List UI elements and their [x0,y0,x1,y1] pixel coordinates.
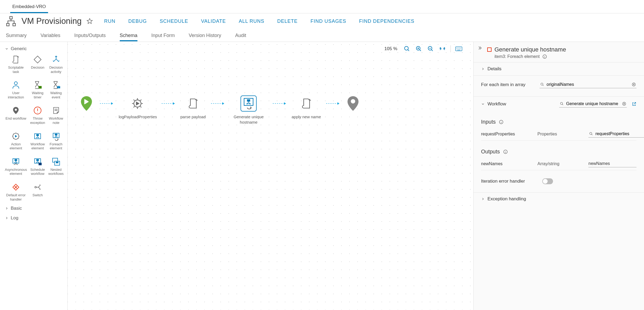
node-generate-hostname[interactable]: Generate unique hostname [230,95,267,125]
action-delete[interactable]: DELETE [277,19,298,24]
foreach-workflow-icon [241,95,257,112]
fit-screen-button[interactable] [439,45,446,53]
node-apply-name[interactable]: apply new name [292,95,321,120]
palette-decision[interactable]: Decision [30,55,45,74]
palette-async-element[interactable]: Asynchronous element [5,157,27,176]
pin-icon [11,106,21,115]
workflow-picker[interactable] [559,100,627,108]
iteration-error-toggle[interactable] [542,178,553,184]
action-find-usages[interactable]: FIND USAGES [311,19,346,24]
schema-canvas[interactable]: 105 % [68,42,473,310]
palette-item-label: Default error handler [5,193,27,201]
palette-decision-activity[interactable]: Decision activity [48,55,64,74]
info-icon[interactable] [542,54,547,59]
workflow-field[interactable] [566,101,620,106]
zoom-out-button[interactable] [427,45,434,53]
top-tab-bar: Embedded-VRO [0,0,644,13]
script-icon [298,95,314,112]
collapse-panel-button[interactable] [477,46,482,50]
zoom-in-button[interactable] [415,45,423,53]
palette-item-label: Throw exception [30,116,45,125]
hourglass-calendar-icon [33,80,42,90]
palette-throw-exception[interactable]: Throw exception [30,106,45,125]
palette-group-generic[interactable]: Generic [5,46,63,51]
node-end[interactable] [345,95,361,112]
clear-icon[interactable] [632,82,636,87]
clear-icon[interactable] [622,102,626,106]
search-icon [560,102,564,106]
svg-rect-17 [39,163,42,165]
palette-group-label: Basic [11,206,22,211]
section-details[interactable]: Details [474,62,644,75]
exclamation-circle-icon [33,106,42,115]
palette-foreach-element[interactable]: Foreach element [48,131,64,150]
palette-waiting-event[interactable]: Waiting event [48,80,64,99]
tab-input-form[interactable]: Input Form [151,29,175,41]
action-run[interactable]: RUN [104,19,115,24]
palette-item-label: Switch [32,193,43,197]
arrows-split-icon [51,55,61,64]
tab-variables[interactable]: Variables [41,29,60,41]
palette-user-interaction[interactable]: User interaction [5,80,27,99]
info-icon[interactable] [503,149,508,154]
zoom-reset-button[interactable] [403,45,411,53]
palette-default-error-handler[interactable]: Default error handler [5,182,27,201]
palette-item-label: Foreach element [48,142,64,150]
favorite-star-button[interactable] [86,18,93,24]
output-value[interactable]: newNames [588,160,636,167]
svg-point-21 [35,186,37,188]
node-label: parse payload [180,114,206,120]
input-value-picker[interactable] [588,130,644,138]
tab-inputs-outputs[interactable]: Inputs/Outputs [74,29,106,41]
iteration-error-label: Iteration error handler [481,179,537,184]
foreach-array-field[interactable] [547,82,630,87]
foreach-badge-icon [487,47,492,52]
palette-schedule-workflow[interactable]: Schedule workflow [30,157,45,176]
node-parse-payload[interactable]: parse payload [180,95,206,120]
palette-end-workflow[interactable]: End workflow [5,106,27,125]
foreach-array-input[interactable] [540,81,636,88]
tab-summary[interactable]: Summary [6,29,27,41]
inspector-panel: Generate unique hostname item3: Foreach … [473,42,644,310]
palette-nested-workflows[interactable]: Nested workflows [48,157,64,176]
tab-schema[interactable]: Schema [120,29,137,41]
action-validate[interactable]: VALIDATE [201,19,226,24]
search-icon [589,132,593,136]
svg-rect-0 [10,17,12,19]
keyboard-button[interactable] [455,45,463,53]
action-debug[interactable]: DEBUG [128,19,147,24]
action-find-dependencies[interactable]: FIND DEPENDENCIES [359,19,414,24]
open-external-icon[interactable] [632,102,636,106]
tab-audit[interactable]: Audit [235,29,246,41]
inspector-subtitle: item3: Foreach element [494,54,540,59]
palette-waiting-timer[interactable]: Waiting timer [30,80,45,99]
palette-switch[interactable]: Switch [30,182,45,201]
palette-action-element[interactable]: Action element [5,131,27,150]
palette-group-basic[interactable]: Basic [5,206,63,211]
action-schedule[interactable]: SCHEDULE [160,19,188,24]
action-all-runs[interactable]: ALL RUNS [239,19,264,24]
palette-workflow-note[interactable]: Workflow note [48,106,64,125]
node-log-payload[interactable]: logPayloadProperties [119,95,156,120]
palette-item-label: Decision activity [48,65,64,74]
palette-workflow-element[interactable]: Workflow element [30,131,45,150]
workflow-title: VM Provisioning [21,16,82,26]
separator [450,45,451,52]
palette-scriptable-task[interactable]: Scriptable task [5,55,27,74]
user-icon [11,80,21,90]
workflow-async-icon [11,157,21,167]
svg-point-6 [15,109,17,111]
node-start[interactable] [78,95,94,112]
tab-embedded-vro[interactable]: Embedded-VRO [10,1,48,13]
input-type: Properties [537,132,586,136]
palette-group-log[interactable]: Log [5,215,63,221]
title-bar: VM Provisioning RUN DEBUG SCHEDULE VALID… [0,13,644,29]
input-value-field[interactable] [595,131,644,136]
info-icon[interactable] [499,120,504,124]
tab-version-history[interactable]: Version History [189,29,221,41]
arrow-icon [326,95,340,112]
section-label: Exception handling [487,196,526,202]
script-icon [185,95,201,112]
section-workflow[interactable]: Workflow [474,97,644,111]
section-exception-handling[interactable]: Exception handling [474,193,644,205]
